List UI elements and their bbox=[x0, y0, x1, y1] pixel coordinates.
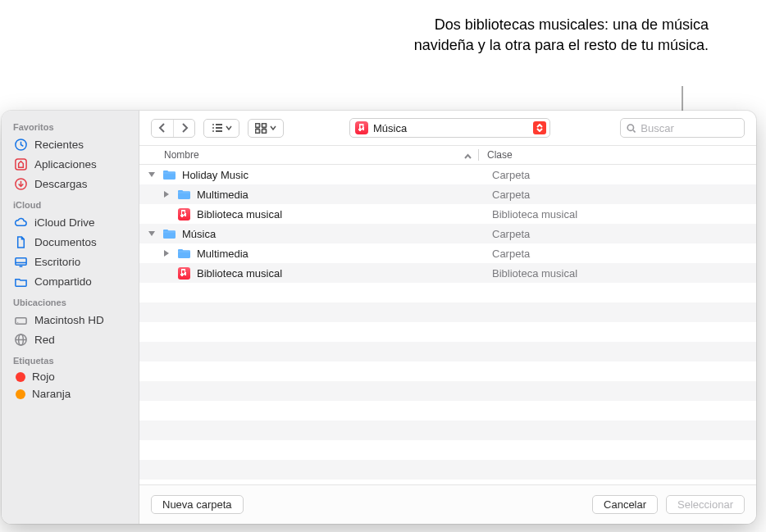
music-library-icon bbox=[176, 267, 191, 280]
search-input[interactable] bbox=[641, 122, 738, 134]
sidebar-item-label: Descargas bbox=[34, 178, 88, 190]
sidebar-item[interactable]: Documentos bbox=[2, 232, 139, 252]
disclosure-triangle-icon[interactable] bbox=[161, 248, 172, 259]
sidebar-item[interactable]: Compartido bbox=[2, 271, 139, 291]
desktop-icon bbox=[13, 254, 28, 269]
svg-rect-20 bbox=[256, 129, 260, 133]
sidebar-item[interactable]: Macintosh HD bbox=[2, 310, 139, 330]
sidebar-item[interactable]: Descargas bbox=[2, 174, 139, 193]
sidebar-item-label: Compartido bbox=[34, 275, 92, 288]
toolbar: Música bbox=[139, 111, 756, 146]
globe-icon bbox=[13, 332, 28, 347]
download-icon bbox=[13, 176, 28, 191]
new-folder-button[interactable]: Nueva carpeta bbox=[151, 495, 244, 514]
path-dropdown[interactable]: Música bbox=[349, 118, 550, 138]
sidebar-item-label: Recientes bbox=[34, 139, 84, 151]
svg-marker-26 bbox=[148, 231, 155, 236]
sidebar-item[interactable]: iCloud Drive bbox=[2, 212, 139, 232]
file-row[interactable]: MultimediaCarpeta bbox=[139, 243, 756, 263]
svg-rect-18 bbox=[256, 123, 260, 127]
nav-back-forward bbox=[151, 119, 195, 138]
help-annotation: Dos bibliotecas musicales: una de música… bbox=[381, 15, 709, 56]
file-row[interactable]: MultimediaCarpeta bbox=[139, 184, 756, 204]
svg-point-8 bbox=[17, 321, 18, 322]
svg-point-12 bbox=[212, 124, 214, 125]
chevron-down-icon bbox=[226, 125, 232, 131]
sidebar-item-label: Aplicaciones bbox=[34, 158, 97, 171]
file-open-dialog: FavoritosRecientesAplicacionesDescargasi… bbox=[2, 111, 756, 524]
svg-marker-25 bbox=[164, 191, 169, 198]
tag-dot-icon bbox=[16, 389, 25, 399]
file-row[interactable]: Holiday MusicCarpeta bbox=[139, 165, 756, 184]
sidebar-item[interactable]: Recientes bbox=[2, 134, 139, 154]
sidebar-item[interactable]: Rojo bbox=[2, 368, 139, 385]
disclosure-triangle-icon[interactable] bbox=[146, 169, 157, 180]
disclosure-triangle-icon bbox=[161, 208, 172, 220]
document-icon bbox=[13, 234, 28, 249]
svg-rect-19 bbox=[262, 123, 267, 127]
main-panel: Música Nombre Clase Holiday MusicCarpeta… bbox=[139, 111, 756, 524]
svg-marker-27 bbox=[164, 250, 169, 257]
chevron-down-icon bbox=[270, 125, 276, 131]
file-kind: Carpeta bbox=[492, 169, 530, 181]
sidebar-item-label: Macintosh HD bbox=[34, 314, 104, 326]
file-row[interactable]: MúsicaCarpeta bbox=[139, 224, 756, 243]
column-headers: Nombre Clase bbox=[139, 146, 756, 165]
sidebar-item[interactable]: Naranja bbox=[2, 385, 139, 402]
disk-icon bbox=[13, 312, 28, 327]
disclosure-triangle-icon[interactable] bbox=[161, 189, 172, 200]
column-header-kind[interactable]: Clase bbox=[479, 149, 513, 161]
nav-forward-button[interactable] bbox=[173, 120, 194, 137]
svg-point-16 bbox=[212, 130, 214, 132]
grid-icon bbox=[255, 123, 267, 134]
sidebar: FavoritosRecientesAplicacionesDescargasi… bbox=[2, 111, 139, 524]
sidebar-item[interactable]: Aplicaciones bbox=[2, 154, 139, 174]
svg-rect-21 bbox=[262, 129, 267, 133]
file-kind: Biblioteca musical bbox=[492, 208, 577, 221]
dialog-footer: Nueva carpeta Cancelar Seleccionar bbox=[139, 484, 756, 524]
group-by-button[interactable] bbox=[248, 119, 284, 138]
tag-dot-icon bbox=[16, 372, 25, 382]
dropdown-updown-icon bbox=[533, 121, 546, 134]
path-label: Música bbox=[373, 122, 407, 134]
file-row[interactable]: Biblioteca musicalBiblioteca musical bbox=[139, 204, 756, 224]
music-app-icon bbox=[355, 121, 368, 134]
sidebar-item-label: Red bbox=[34, 334, 55, 346]
disclosure-triangle-icon[interactable] bbox=[146, 228, 157, 239]
file-kind: Carpeta bbox=[492, 248, 530, 260]
svg-marker-24 bbox=[148, 172, 155, 177]
sidebar-item[interactable]: Red bbox=[2, 330, 139, 349]
folder-icon bbox=[162, 228, 176, 239]
file-name: Multimedia bbox=[197, 248, 248, 260]
column-header-name[interactable]: Nombre bbox=[164, 149, 478, 161]
file-kind: Carpeta bbox=[492, 189, 530, 201]
search-field[interactable] bbox=[620, 118, 745, 138]
file-kind: Carpeta bbox=[492, 228, 530, 240]
cloud-icon bbox=[13, 215, 28, 230]
svg-line-23 bbox=[633, 130, 635, 131]
shared-folder-icon bbox=[13, 274, 28, 289]
folder-icon bbox=[176, 248, 191, 259]
column-header-name-label: Nombre bbox=[164, 149, 199, 161]
sort-ascending-icon bbox=[464, 152, 472, 159]
sidebar-section-title: Favoritos bbox=[2, 116, 139, 134]
file-kind: Biblioteca musical bbox=[492, 267, 577, 280]
file-name: Biblioteca musical bbox=[197, 267, 282, 280]
sidebar-item-label: Naranja bbox=[32, 388, 71, 400]
select-button[interactable]: Seleccionar bbox=[666, 495, 745, 514]
sidebar-item-label: iCloud Drive bbox=[34, 216, 95, 229]
folder-icon bbox=[162, 169, 176, 180]
sidebar-section-title: Etiquetas bbox=[2, 349, 139, 368]
view-mode-button[interactable] bbox=[203, 119, 239, 138]
sidebar-item[interactable]: Escritorio bbox=[2, 252, 139, 271]
music-library-icon bbox=[176, 208, 191, 221]
svg-point-22 bbox=[627, 125, 633, 130]
file-name: Música bbox=[182, 228, 216, 240]
svg-point-14 bbox=[212, 127, 214, 129]
file-row[interactable]: Biblioteca musicalBiblioteca musical bbox=[139, 263, 756, 283]
sidebar-item-label: Rojo bbox=[32, 371, 55, 383]
cancel-button[interactable]: Cancelar bbox=[592, 495, 658, 514]
sidebar-item-label: Escritorio bbox=[34, 256, 80, 268]
nav-back-button[interactable] bbox=[152, 120, 173, 137]
svg-rect-4 bbox=[15, 257, 25, 265]
